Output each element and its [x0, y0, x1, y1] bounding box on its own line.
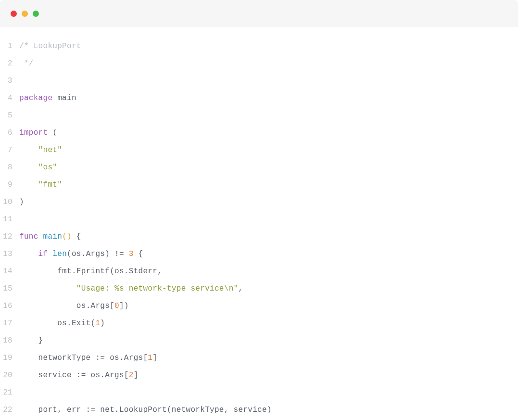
- token-comment: */: [19, 59, 34, 68]
- token-ident: os.Args: [72, 250, 105, 258]
- line-number: 5: [0, 107, 19, 124]
- code-line[interactable]: 6import (: [0, 124, 518, 141]
- line-number: 20: [0, 367, 19, 384]
- code-line[interactable]: 8 "os": [0, 159, 518, 176]
- line-number: 8: [0, 159, 19, 176]
- token-number: 3: [129, 250, 134, 258]
- code-line[interactable]: 2 */: [0, 55, 518, 72]
- code-line[interactable]: 11: [0, 211, 518, 228]
- token-keyword: package: [19, 94, 52, 102]
- token-punct: [: [143, 354, 148, 362]
- code-content[interactable]: }: [19, 332, 43, 349]
- token-paren: ): [267, 406, 272, 414]
- close-icon[interactable]: [11, 11, 17, 17]
- token-ident: main: [57, 94, 76, 102]
- code-content[interactable]: func main() {: [19, 228, 81, 245]
- line-number: 22: [0, 401, 19, 419]
- code-line[interactable]: 20 service := os.Args[2]: [0, 367, 518, 384]
- token-punct: ,: [238, 284, 243, 293]
- token-comment: /* LookupPort: [19, 42, 81, 51]
- code-line[interactable]: 14 fmt.Fprintf(os.Stderr,: [0, 263, 518, 280]
- code-line[interactable]: 5: [0, 107, 518, 124]
- code-window: 1/* LookupPort2 */34package main56import…: [0, 0, 518, 420]
- code-line[interactable]: 4package main: [0, 89, 518, 107]
- token-paren-yellow: (): [62, 232, 72, 241]
- code-line[interactable]: 21: [0, 384, 518, 401]
- token-punct: ,: [157, 267, 162, 276]
- code-line[interactable]: 13 if len(os.Args) != 3 {: [0, 245, 518, 263]
- line-number: 1: [0, 38, 19, 55]
- token-punct: {: [76, 232, 81, 241]
- line-number: 6: [0, 124, 19, 141]
- code-line[interactable]: 7 "net": [0, 141, 518, 159]
- token-number: 1: [148, 354, 152, 362]
- token-number: 1: [95, 319, 100, 328]
- token-plain: [19, 250, 38, 258]
- token-string: "os": [38, 163, 58, 172]
- token-paren: ): [100, 319, 105, 328]
- code-line[interactable]: 10): [0, 193, 518, 211]
- line-number: 16: [0, 297, 19, 315]
- code-content[interactable]: os.Args[0]): [19, 297, 129, 315]
- token-punct: ]: [134, 371, 139, 380]
- code-line[interactable]: 15 "Usage: %s network-type service\n",: [0, 280, 518, 297]
- token-plain: [19, 406, 38, 414]
- code-content[interactable]: service := os.Args[2]: [19, 367, 139, 384]
- token-paren: (: [110, 267, 114, 276]
- code-line[interactable]: 22 port, err := net.LookupPort(networkTy…: [0, 401, 518, 419]
- code-content[interactable]: "net": [19, 141, 62, 159]
- token-plain: [48, 250, 52, 258]
- token-ident: service := os.Args: [38, 371, 124, 380]
- token-punct: ]: [152, 354, 157, 362]
- token-punct: ]: [119, 302, 124, 310]
- minimize-icon[interactable]: [22, 11, 28, 17]
- code-line[interactable]: 17 os.Exit(1): [0, 315, 518, 332]
- code-content[interactable]: "Usage: %s network-type service\n",: [19, 280, 243, 297]
- line-number: 21: [0, 384, 19, 401]
- token-punct: {: [139, 250, 143, 258]
- code-content[interactable]: import (: [19, 124, 57, 141]
- token-plain: [38, 232, 43, 241]
- code-content[interactable]: /* LookupPort: [19, 38, 81, 55]
- window-titlebar: [0, 0, 518, 27]
- code-content[interactable]: if len(os.Args) != 3 {: [19, 245, 143, 263]
- token-keyword: import: [19, 128, 48, 137]
- token-plain: [48, 128, 52, 137]
- token-ident: fmt.Fprintf: [57, 267, 110, 276]
- token-plain: [19, 146, 38, 154]
- token-string: "fmt": [38, 180, 63, 189]
- code-line[interactable]: 9 "fmt": [0, 176, 518, 193]
- line-number: 10: [0, 193, 19, 211]
- token-paren: (: [52, 128, 57, 137]
- code-line[interactable]: 18 }: [0, 332, 518, 349]
- maximize-icon[interactable]: [33, 11, 39, 17]
- code-content[interactable]: fmt.Fprintf(os.Stderr,: [19, 263, 162, 280]
- code-line[interactable]: 19 networkType := os.Args[1]: [0, 349, 518, 367]
- token-builtin: len: [52, 250, 67, 258]
- code-line[interactable]: 3: [0, 72, 518, 89]
- code-content[interactable]: */: [19, 55, 34, 72]
- code-line[interactable]: 16 os.Args[0]): [0, 297, 518, 315]
- token-paren: (: [167, 406, 172, 414]
- line-number: 4: [0, 89, 19, 107]
- code-content[interactable]: package main: [19, 89, 76, 107]
- token-plain: [19, 371, 38, 380]
- code-editor[interactable]: 1/* LookupPort2 */34package main56import…: [0, 27, 518, 419]
- code-line[interactable]: 1/* LookupPort: [0, 38, 518, 55]
- token-plain: [19, 180, 38, 189]
- code-content[interactable]: port, err := net.LookupPort(networkType,…: [19, 401, 272, 419]
- code-content[interactable]: os.Exit(1): [19, 315, 105, 332]
- token-plain: [72, 232, 76, 241]
- token-plain: [19, 284, 76, 293]
- code-content[interactable]: "os": [19, 159, 57, 176]
- line-number: 2: [0, 55, 19, 72]
- line-number: 15: [0, 280, 19, 297]
- token-plain: [134, 250, 139, 258]
- code-content[interactable]: "fmt": [19, 176, 62, 193]
- code-content[interactable]: networkType := os.Args[1]: [19, 349, 157, 367]
- code-content[interactable]: ): [19, 193, 24, 211]
- token-ident: networkType, service: [172, 406, 267, 414]
- token-plain: [19, 354, 38, 362]
- code-line[interactable]: 12func main() {: [0, 228, 518, 245]
- token-paren: (: [91, 319, 96, 328]
